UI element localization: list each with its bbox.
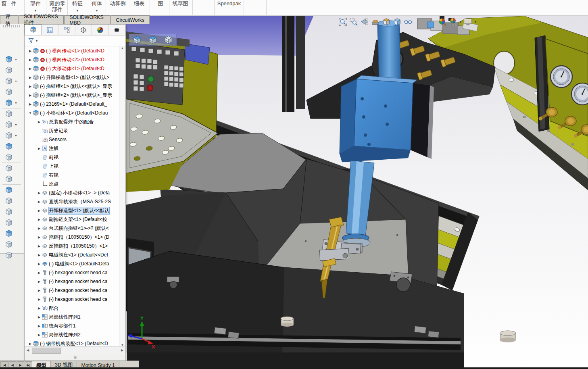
tree-item[interactable]: ▶升降梯造型<1> (默认<<默认 bbox=[25, 206, 119, 215]
tree-item[interactable]: ▶配合 bbox=[25, 304, 119, 313]
tab-circuitworks[interactable] bbox=[109, 25, 126, 35]
command-button-label[interactable]: 何体 bbox=[92, 0, 102, 6]
chevron-down-icon[interactable]: ▼ bbox=[15, 102, 17, 104]
tab-circuitworks[interactable]: CircuitWorks bbox=[111, 15, 150, 24]
tree-item[interactable]: 历史记录 bbox=[25, 126, 119, 135]
view-orientation-button[interactable] bbox=[381, 17, 392, 27]
tree-item[interactable]: ▶(-) hexagon socket head ca bbox=[25, 277, 119, 286]
tree-item[interactable]: 原点 bbox=[25, 179, 119, 188]
tree-item[interactable]: ▶(-) hexagon socket head ca bbox=[25, 286, 119, 295]
show-with-dependents-button[interactable] bbox=[4, 174, 20, 184]
show-hidden-components-button[interactable]: ▼ bbox=[4, 119, 20, 130]
tree-item[interactable]: ▶局部线性阵列2 bbox=[25, 330, 119, 339]
chevron-down-icon[interactable]: ▼ bbox=[95, 9, 98, 13]
interference-detection-button[interactable] bbox=[4, 206, 20, 217]
command-button-label[interactable]: 细表 bbox=[134, 0, 144, 6]
exploded-view-button[interactable] bbox=[4, 196, 20, 206]
tree-item[interactable]: ▶拖链扣（10050150）<1> (D bbox=[25, 233, 119, 242]
tree-item[interactable]: 前视 bbox=[25, 153, 119, 162]
chevron-down-icon[interactable]: ▼ bbox=[76, 9, 79, 13]
linear-component-pattern-button[interactable]: ▼ bbox=[4, 76, 20, 86]
expander-icon[interactable]: ▼ bbox=[28, 111, 33, 115]
previous-view-button[interactable] bbox=[359, 17, 370, 27]
chevron-down-icon[interactable]: ▼ bbox=[15, 80, 17, 83]
chevron-down-icon[interactable]: ▼ bbox=[35, 39, 38, 43]
tree-item[interactable]: ▶注解 bbox=[25, 144, 119, 153]
zoom-to-fit-button[interactable] bbox=[337, 17, 348, 27]
command-button-label[interactable]: 特征 bbox=[72, 0, 83, 6]
assembly-features-button[interactable]: ▼ bbox=[4, 130, 20, 141]
tree-item[interactable]: ▶直线导轨滑块（MSA-S25-2S bbox=[25, 197, 119, 206]
performance-evaluation-button[interactable] bbox=[4, 239, 20, 250]
tree-vertical-scrollbar[interactable]: ▲ ▼ bbox=[119, 46, 125, 347]
command-button-label[interactable]: 图 bbox=[158, 0, 163, 6]
expander-icon[interactable]: ▶ bbox=[37, 200, 42, 204]
tree-item[interactable]: ▶反拖链扣（10050150）<1> bbox=[25, 242, 119, 250]
tree-item[interactable]: ▶(-) 电磁阀<1> (Default<Defa bbox=[25, 259, 119, 268]
tree-item[interactable]: 右视 bbox=[25, 171, 119, 179]
expander-icon[interactable]: ▶ bbox=[37, 120, 42, 124]
chevron-down-icon[interactable]: ▼ bbox=[15, 58, 17, 61]
selection-breadcrumb[interactable] bbox=[129, 34, 177, 46]
tab-solidworks-插件[interactable]: SOLIDWORKS 插件 bbox=[19, 15, 64, 24]
expander-icon[interactable]: ▶ bbox=[37, 209, 42, 213]
panel-splitter[interactable] bbox=[25, 354, 125, 361]
expander-icon[interactable]: ▶ bbox=[28, 58, 33, 62]
tree-horizontal-scrollbar[interactable]: ◀ ▶ bbox=[25, 346, 125, 354]
apply-scene-button[interactable] bbox=[448, 17, 459, 27]
expander-icon[interactable]: ▶ bbox=[28, 85, 33, 88]
tree-item[interactable]: ▶台式横向拖链<1>->? (默认< bbox=[25, 224, 119, 233]
tree-item[interactable]: ▶(-) 大移动体<1> (Default<D bbox=[25, 64, 119, 73]
expander-icon[interactable]: ▶ bbox=[37, 306, 42, 310]
tree-item[interactable]: ▶总装配爆炸 中的配合 bbox=[25, 117, 119, 126]
tree-item[interactable]: ▶镜向零部件1 bbox=[25, 321, 119, 330]
chevron-down-icon[interactable]: ▼ bbox=[15, 134, 17, 137]
expander-icon[interactable]: ▶ bbox=[37, 253, 42, 257]
expander-icon[interactable]: ▶ bbox=[37, 218, 42, 221]
display-style-button[interactable] bbox=[392, 17, 402, 27]
scrollbar-thumb[interactable] bbox=[32, 348, 61, 354]
tab-configurationmanager[interactable] bbox=[58, 25, 75, 35]
tree-item[interactable]: Sensors bbox=[25, 135, 119, 144]
chevron-down-icon[interactable]: ▼ bbox=[34, 9, 37, 13]
command-button-label[interactable]: 窗 bbox=[2, 0, 7, 6]
edit-appearance-button[interactable] bbox=[437, 17, 448, 27]
scrollbar-track[interactable] bbox=[31, 348, 119, 353]
expander-icon[interactable]: ▶ bbox=[37, 147, 42, 150]
expander-icon[interactable]: ▶ bbox=[28, 49, 33, 53]
expander-icon[interactable]: ▶ bbox=[37, 244, 42, 248]
chevron-down-icon[interactable]: ▼ bbox=[15, 123, 17, 126]
tree-item[interactable]: ▶(-) 23169<1> (Default<Default_ bbox=[25, 100, 119, 108]
tree-item[interactable]: ▶电磁阀座<1> (Default<<Def bbox=[25, 250, 119, 259]
tree-item[interactable]: ▶(-) 拖链槽<2> (默认<<默认>_显示 bbox=[25, 91, 119, 100]
gauge-panel[interactable] bbox=[535, 35, 588, 138]
zoom-to-area-button[interactable] bbox=[348, 17, 359, 27]
scroll-up-icon[interactable]: ▲ bbox=[121, 46, 124, 50]
view-settings-button[interactable] bbox=[463, 17, 473, 27]
chevron-down-icon[interactable]: ▼ bbox=[459, 20, 462, 24]
expander-icon[interactable]: ▶ bbox=[28, 76, 33, 79]
tab-displaymanager[interactable] bbox=[92, 25, 109, 35]
tree-item[interactable]: ▶(-) hexagon socket head ca bbox=[25, 268, 119, 277]
tab-评估[interactable]: 评估 bbox=[0, 15, 18, 24]
clearance-verification-button[interactable] bbox=[4, 217, 20, 228]
command-button-label[interactable]: 部件 bbox=[30, 0, 41, 6]
scroll-left-icon[interactable]: ◀ bbox=[25, 348, 31, 352]
expander-icon[interactable]: ▶ bbox=[37, 298, 42, 301]
tree-item[interactable]: ▶(-) 升降梯造型<1> (默认<<默认> bbox=[25, 73, 119, 82]
tree-item[interactable]: ▶(-) 钢带机构装配<1> (Default<D bbox=[25, 339, 119, 347]
expander-icon[interactable]: ▶ bbox=[28, 342, 33, 346]
hide-show-items-button[interactable] bbox=[402, 17, 413, 27]
expander-icon[interactable]: ▶ bbox=[37, 271, 42, 275]
expander-icon[interactable]: ▶ bbox=[37, 315, 42, 319]
tree-item[interactable]: ▶局部线性阵列1 bbox=[25, 313, 119, 321]
expander-icon[interactable]: ▶ bbox=[28, 67, 33, 71]
command-button-label[interactable]: 件 bbox=[11, 0, 17, 6]
tree-filter-row[interactable]: ▼ bbox=[25, 35, 125, 46]
expander-icon[interactable]: ▶ bbox=[37, 191, 42, 195]
expander-icon[interactable]: ▶ bbox=[28, 94, 33, 97]
tree-item[interactable]: ▶(固定) 小移动体<1> -> (Defa bbox=[25, 188, 119, 197]
cnc-red-button[interactable] bbox=[147, 85, 153, 91]
bill-of-materials-button[interactable] bbox=[4, 163, 20, 173]
expander-icon[interactable]: ▶ bbox=[37, 236, 42, 239]
